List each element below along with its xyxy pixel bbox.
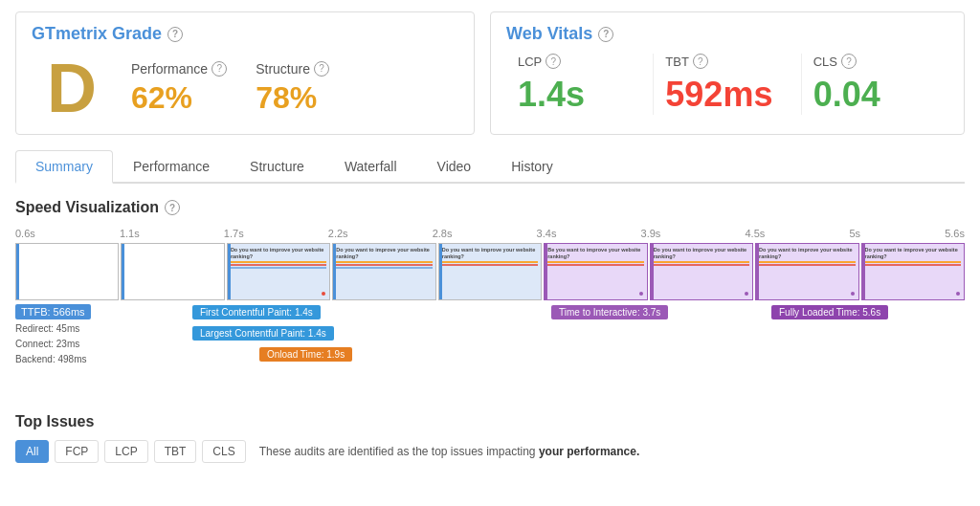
filter-cls[interactable]: CLS bbox=[202, 440, 245, 463]
issues-filters: All FCP LCP TBT CLS These audits are ide… bbox=[15, 440, 965, 463]
ruler-tick-4: 2.8s bbox=[433, 228, 453, 239]
screenshot-frame-3: Do you want to improve your website rank… bbox=[227, 243, 330, 300]
tti-marker: Time to Interactive: 3.7s bbox=[551, 304, 668, 319]
grade-scores: Performance ? 62% Structure ? 78% bbox=[131, 61, 329, 116]
web-vitals-box: Web Vitals ? LCP ? 1.4s TBT ? 592ms bbox=[490, 11, 965, 135]
top-issues-heading: Top Issues bbox=[15, 413, 965, 430]
tabs-section: Summary Performance Structure Waterfall … bbox=[15, 150, 965, 184]
vitals-content: LCP ? 1.4s TBT ? 592ms CLS ? bbox=[506, 54, 948, 115]
structure-help-icon[interactable]: ? bbox=[314, 61, 329, 77]
lcp-marker: Largest Contentful Paint: 1.4s bbox=[192, 325, 334, 341]
top-issues-section: Top Issues All FCP LCP TBT CLS These aud… bbox=[15, 413, 965, 463]
grade-letter: D bbox=[32, 54, 112, 122]
performance-score: Performance ? 62% bbox=[131, 61, 227, 116]
tbt-value: 592ms bbox=[665, 75, 789, 115]
screenshot-frame-9: Do you want te improve your website rank… bbox=[861, 243, 965, 300]
gtmetrix-help-icon[interactable]: ? bbox=[167, 27, 183, 42]
structure-value: 78% bbox=[256, 80, 329, 116]
gtmetrix-grade-title: GTmetrix Grade ? bbox=[32, 24, 458, 44]
tab-video[interactable]: Video bbox=[417, 150, 492, 182]
lcp-label: Largest Contentful Paint: 1.4s bbox=[192, 326, 334, 341]
fcp-label: First Contentful Paint: 1.4s bbox=[192, 305, 321, 319]
speed-viz-section: Speed Visualization ? 0.6s 1.1s 1.7s 2.2… bbox=[15, 199, 965, 390]
screenshot-frame-8: Do you want to improve your website rank… bbox=[755, 243, 858, 300]
ruler-tick-2: 1.7s bbox=[224, 228, 244, 239]
structure-label: Structure ? bbox=[256, 61, 329, 77]
cls-help-icon[interactable]: ? bbox=[841, 54, 857, 69]
tti-label: Time to Interactive: 3.7s bbox=[551, 305, 668, 319]
ruler-tick-5: 3.4s bbox=[537, 228, 557, 239]
onload-label: Onload Time: 1.9s bbox=[259, 347, 352, 362]
performance-value: 62% bbox=[131, 80, 227, 116]
webvitals-help-icon[interactable]: ? bbox=[598, 27, 613, 42]
tbt-help-icon[interactable]: ? bbox=[693, 54, 708, 69]
ttfb-subtext: Redirect: 45ms Connect: 23ms Backend: 49… bbox=[15, 321, 91, 367]
filter-lcp[interactable]: LCP bbox=[104, 440, 147, 463]
screenshot-frame-7: Do you want to improve your website rank… bbox=[650, 243, 753, 300]
filter-all[interactable]: All bbox=[15, 440, 49, 463]
tbt-vital: TBT ? 592ms bbox=[654, 54, 801, 115]
screenshot-frame-2 bbox=[121, 243, 224, 300]
tab-summary[interactable]: Summary bbox=[15, 150, 113, 184]
page-wrapper: GTmetrix Grade ? D Performance ? 62% bbox=[0, 0, 980, 474]
lcp-vital: LCP ? 1.4s bbox=[506, 54, 654, 115]
grade-content: D Performance ? 62% Structure ? bbox=[32, 54, 458, 122]
ruler-tick-0: 0.6s bbox=[15, 228, 35, 239]
gtmetrix-title-text: GTmetrix Grade bbox=[32, 24, 162, 44]
speed-viz-heading: Speed Visualization ? bbox=[15, 199, 965, 216]
filter-tbt[interactable]: TBT bbox=[154, 440, 197, 463]
ruler-tick-7: 4.5s bbox=[745, 228, 765, 239]
ruler-tick-8: 5s bbox=[849, 228, 860, 239]
lcp-label: LCP ? bbox=[518, 54, 641, 69]
timeline-ruler: 0.6s 1.1s 1.7s 2.2s 2.8s 3.4s 3.9s 4.5s … bbox=[15, 228, 965, 243]
ttfb-label: TTFB: 566ms bbox=[15, 304, 91, 319]
flt-label: Fully Loaded Time: 5.6s bbox=[771, 305, 888, 319]
web-vitals-title: Web Vitals ? bbox=[506, 24, 948, 44]
onload-marker: Onload Time: 1.9s bbox=[259, 346, 352, 362]
fcp-marker: First Contentful Paint: 1.4s bbox=[192, 304, 321, 319]
lcp-help-icon[interactable]: ? bbox=[546, 54, 561, 69]
web-vitals-title-text: Web Vitals bbox=[506, 24, 592, 44]
flt-marker: Fully Loaded Time: 5.6s bbox=[771, 304, 888, 319]
cls-label: CLS ? bbox=[813, 54, 937, 69]
gtmetrix-grade-box: GTmetrix Grade ? D Performance ? 62% bbox=[15, 11, 475, 135]
structure-score: Structure ? 78% bbox=[256, 61, 329, 116]
tab-waterfall[interactable]: Waterfall bbox=[324, 150, 417, 182]
ruler-tick-3: 2.2s bbox=[328, 228, 348, 239]
ruler-tick-9: 5.6s bbox=[945, 228, 965, 239]
cls-vital: CLS ? 0.04 bbox=[802, 54, 948, 115]
performance-help-icon[interactable]: ? bbox=[212, 61, 227, 77]
tab-history[interactable]: History bbox=[491, 150, 573, 182]
screenshot-frame-5: Do you want to improve your website rank… bbox=[438, 243, 542, 300]
ruler-tick-6: 3.9s bbox=[641, 228, 661, 239]
screenshot-frame-6: Be you want to improve your website rank… bbox=[544, 243, 647, 300]
tbt-label: TBT ? bbox=[665, 54, 789, 69]
markers-area: TTFB: 566ms Redirect: 45ms Connect: 23ms… bbox=[15, 304, 965, 390]
cls-value: 0.04 bbox=[813, 75, 937, 115]
lcp-value: 1.4s bbox=[518, 75, 641, 115]
tab-performance[interactable]: Performance bbox=[113, 150, 230, 182]
screenshot-frame-1 bbox=[15, 243, 119, 300]
issues-note: These audits are identified as the top i… bbox=[259, 445, 640, 458]
tab-structure[interactable]: Structure bbox=[230, 150, 324, 182]
ttfb-marker: TTFB: 566ms Redirect: 45ms Connect: 23ms… bbox=[15, 304, 91, 367]
screenshot-frame-4: Do you want to improve your website rank… bbox=[332, 243, 435, 300]
performance-label: Performance ? bbox=[131, 61, 227, 77]
timeline-container: 0.6s 1.1s 1.7s 2.2s 2.8s 3.4s 3.9s 4.5s … bbox=[15, 228, 965, 390]
filter-fcp[interactable]: FCP bbox=[55, 440, 99, 463]
ruler-tick-1: 1.1s bbox=[120, 228, 140, 239]
tabs-list: Summary Performance Structure Waterfall … bbox=[15, 150, 965, 182]
screenshots-row: Do you want to improve your website rank… bbox=[15, 243, 965, 300]
top-section: GTmetrix Grade ? D Performance ? 62% bbox=[15, 11, 965, 135]
speed-viz-help-icon[interactable]: ? bbox=[165, 200, 180, 215]
